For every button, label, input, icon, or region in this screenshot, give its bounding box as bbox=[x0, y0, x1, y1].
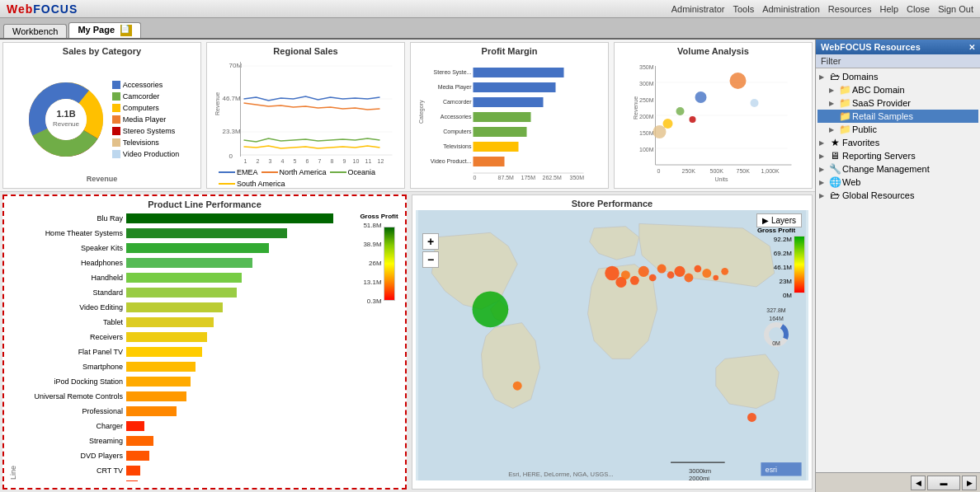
svg-text:Esri, HERE, DeLorme, NGA, USGS: Esri, HERE, DeLorme, NGA, USGS... bbox=[508, 471, 613, 478]
svg-rect-46 bbox=[474, 157, 505, 166]
svg-text:8: 8 bbox=[331, 158, 334, 164]
sidebar-tree-item[interactable]: ▶📁Public bbox=[817, 123, 978, 136]
map-layers-button[interactable]: ▶ Layers bbox=[756, 213, 802, 227]
sidebar-tree-item[interactable]: ▶🖥Reporting Servers bbox=[817, 149, 978, 162]
svg-text:1: 1 bbox=[244, 158, 247, 164]
svg-text:Computers: Computers bbox=[443, 129, 472, 135]
map-zoom-in-button[interactable]: + bbox=[422, 233, 439, 250]
tab-workbench[interactable]: Workbench bbox=[3, 24, 67, 38]
svg-rect-41 bbox=[474, 82, 556, 92]
sidebar-scrollbar[interactable]: ▬ bbox=[927, 476, 960, 490]
tab-my-page[interactable]: My Page 📄 bbox=[68, 22, 141, 38]
pl-bar-track bbox=[126, 436, 356, 446]
svg-text:12: 12 bbox=[378, 158, 384, 164]
sidebar-close-button[interactable]: ✕ bbox=[968, 43, 975, 52]
svg-point-96 bbox=[747, 413, 756, 422]
regional-sales-chart: 70M 46.7M 23.3M 0 bbox=[210, 58, 401, 165]
sidebar-tree-item[interactable]: ▶📁ABC Domain bbox=[817, 83, 978, 96]
svg-rect-43 bbox=[474, 112, 531, 122]
sidebar-next-button[interactable]: ▶ bbox=[962, 476, 977, 490]
pl-bar-row: Blu Ray bbox=[19, 211, 356, 226]
menu-administration[interactable]: Administration bbox=[762, 4, 820, 14]
pl-bar-fill bbox=[126, 288, 237, 298]
menu-resources[interactable]: Resources bbox=[828, 4, 872, 14]
sidebar-tree-item[interactable]: 📁Retail Samples bbox=[817, 110, 978, 123]
pl-bar-label: Receivers bbox=[19, 333, 126, 341]
pl-bar-fill bbox=[126, 332, 207, 342]
pl-bars-area: Blu Ray Home Theater Systems Speaker Kit… bbox=[19, 211, 356, 481]
tree-arrow-icon: ▶ bbox=[819, 73, 827, 81]
svg-point-78 bbox=[751, 99, 759, 107]
svg-text:1.1B: 1.1B bbox=[56, 109, 75, 119]
menu-close[interactable]: Close bbox=[907, 4, 930, 14]
pl-bar-label: Video Editing bbox=[19, 303, 126, 312]
pl-bar-track bbox=[126, 480, 356, 481]
sidebar-tree-item[interactable]: ▶🗁Domains bbox=[817, 70, 978, 83]
pl-bar-track bbox=[126, 347, 356, 357]
svg-text:5: 5 bbox=[294, 158, 297, 164]
svg-point-81 bbox=[605, 266, 619, 280]
svg-point-76 bbox=[690, 116, 696, 123]
svg-text:300M: 300M bbox=[639, 81, 654, 87]
sidebar-tree-item[interactable]: ▶🌐Web bbox=[817, 176, 978, 189]
menu-sign-out[interactable]: Sign Out bbox=[938, 4, 973, 14]
sidebar-tree-item[interactable]: ▶★Favorites bbox=[817, 136, 978, 149]
svg-rect-42 bbox=[474, 97, 544, 107]
svg-text:4: 4 bbox=[281, 158, 285, 164]
sidebar-prev-button[interactable]: ◀ bbox=[911, 476, 926, 490]
tree-item-label: ABC Domain bbox=[852, 85, 905, 95]
sidebar-tree-item[interactable]: ▶🗁Global Resources bbox=[817, 189, 978, 202]
pl-bar-row: iPod Docking Station bbox=[19, 374, 356, 389]
pl-bar-row: Universal Remote Controls bbox=[19, 389, 356, 404]
tree-item-label: Reporting Servers bbox=[842, 151, 916, 161]
pl-bar-label: Headphones bbox=[19, 259, 126, 267]
svg-point-91 bbox=[694, 265, 701, 273]
pl-bar-track bbox=[126, 302, 356, 312]
pl-bar-fill bbox=[126, 362, 196, 372]
tree-item-label: Favorites bbox=[842, 138, 879, 148]
svg-text:1,000K: 1,000K bbox=[761, 168, 780, 174]
map-container: Esri, HERE, DeLorme, NGA, USGS... esri 3… bbox=[416, 210, 808, 480]
svg-rect-44 bbox=[474, 127, 527, 137]
pl-bar-label: Standard bbox=[19, 288, 126, 297]
tree-item-label: Global Resources bbox=[842, 190, 914, 200]
svg-text:10: 10 bbox=[353, 158, 360, 164]
sidebar-tree-item[interactable]: ▶📁SaaS Provider bbox=[817, 96, 978, 110]
pl-bar-fill bbox=[126, 377, 191, 387]
svg-point-92 bbox=[702, 269, 711, 278]
pl-bar-label: DVD Players bbox=[19, 452, 126, 460]
pl-bar-row: Video Editing bbox=[19, 300, 356, 315]
svg-text:Revenue: Revenue bbox=[214, 92, 220, 115]
menu-tools[interactable]: Tools bbox=[733, 4, 754, 14]
main-layout: Sales by Category 1.1B Reven bbox=[0, 40, 980, 492]
map-zoom-out-button[interactable]: − bbox=[422, 251, 439, 268]
svg-point-73 bbox=[695, 91, 707, 103]
pl-bar-label: Tablet bbox=[19, 318, 126, 326]
pl-bar-row: Boom Box bbox=[19, 478, 356, 481]
tree-item-label: SaaS Provider bbox=[852, 98, 911, 108]
regional-sales-legend: EMEA North America Oceania South America bbox=[210, 168, 401, 188]
tree-item-label: Retail Samples bbox=[852, 111, 913, 121]
svg-point-74 bbox=[676, 107, 685, 115]
pl-bar-row: Tablet bbox=[19, 315, 356, 330]
pl-gradient-legend: Gross Profit 51.8M 38.9M 26M 13.1M 0.3M bbox=[356, 211, 402, 481]
pl-bar-track bbox=[126, 377, 356, 387]
menu-administrator[interactable]: Administrator bbox=[671, 4, 725, 14]
donut-center-label: Revenue bbox=[7, 175, 197, 183]
map-gauge: 327.8M 164M 0M bbox=[747, 306, 805, 349]
pl-bar-track bbox=[126, 391, 356, 401]
pl-bar-fill bbox=[126, 228, 287, 238]
svg-rect-45 bbox=[474, 142, 519, 152]
svg-text:0M: 0M bbox=[772, 340, 780, 346]
tree-item-label: Web bbox=[842, 177, 860, 187]
svg-text:250M: 250M bbox=[639, 97, 654, 103]
tree-item-label: Change Management bbox=[842, 164, 930, 174]
charts-bottom-row: Product Line Performance Line Blu Ray Ho… bbox=[0, 192, 815, 492]
pl-bar-track bbox=[126, 243, 356, 253]
menu-help[interactable]: Help bbox=[879, 4, 898, 14]
sidebar-tree-item[interactable]: ▶🔧Change Management bbox=[817, 162, 978, 176]
tree-folder-icon: 🌐 bbox=[829, 176, 841, 188]
svg-text:46.7M: 46.7M bbox=[223, 95, 242, 102]
svg-point-83 bbox=[621, 270, 630, 279]
svg-text:23.3M: 23.3M bbox=[223, 128, 242, 135]
